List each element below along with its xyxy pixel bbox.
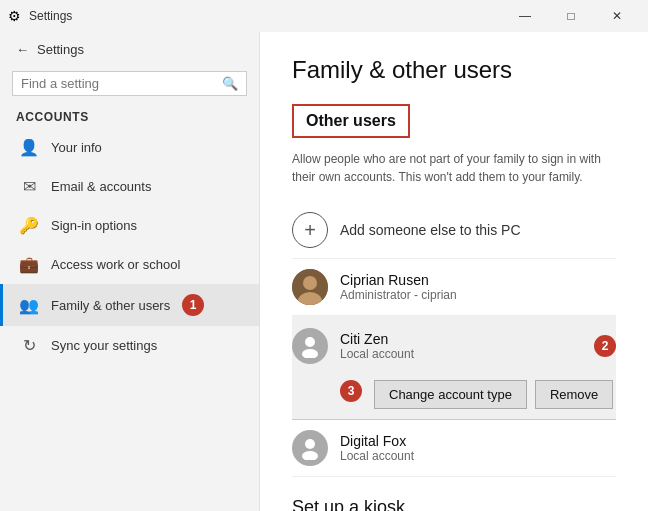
group-icon: 👥 bbox=[19, 296, 39, 315]
user-sub-citizen: Local account bbox=[340, 347, 582, 361]
titlebar-controls: — □ ✕ bbox=[502, 0, 640, 32]
avatar-ciprian bbox=[292, 269, 328, 305]
user-row-top-citizen[interactable]: Citi Zen Local account 2 bbox=[292, 324, 616, 372]
maximize-button[interactable]: □ bbox=[548, 0, 594, 32]
kiosk-heading: Set up a kiosk bbox=[292, 497, 616, 511]
app-body: ← Settings 🔍 Accounts 👤 Your info ✉ Emai… bbox=[0, 32, 648, 511]
user-info-digitalfox: Digital Fox Local account bbox=[340, 433, 616, 463]
sidebar-item-family[interactable]: 👥 Family & other users 1 bbox=[0, 284, 259, 326]
sync-icon: ↻ bbox=[19, 336, 39, 355]
user-row-citizen: Citi Zen Local account 2 3 Change accoun… bbox=[292, 316, 616, 420]
sidebar-item-label: Sync your settings bbox=[51, 338, 157, 353]
user-badge-citizen: 2 bbox=[594, 335, 616, 357]
main-content: Family & other users Other users Allow p… bbox=[260, 32, 648, 511]
svg-point-1 bbox=[303, 276, 317, 290]
svg-point-5 bbox=[305, 439, 315, 449]
user-info-ciprian: Ciprian Rusen Administrator - ciprian bbox=[340, 272, 616, 302]
add-icon: + bbox=[292, 212, 328, 248]
settings-icon: ⚙ bbox=[8, 8, 21, 24]
sidebar-item-sync[interactable]: ↻ Sync your settings bbox=[0, 326, 259, 365]
sidebar-item-sign-in[interactable]: 🔑 Sign-in options bbox=[0, 206, 259, 245]
action-badge-3: 3 bbox=[340, 380, 362, 402]
other-users-section-box: Other users bbox=[292, 104, 410, 138]
user-info-citizen: Citi Zen Local account bbox=[340, 331, 582, 361]
svg-point-6 bbox=[302, 451, 318, 460]
sidebar-search-container: 🔍 bbox=[12, 71, 247, 96]
sidebar-item-label: Your info bbox=[51, 140, 102, 155]
user-row-digitalfox[interactable]: Digital Fox Local account bbox=[292, 420, 616, 477]
sidebar-item-your-info[interactable]: 👤 Your info bbox=[0, 128, 259, 167]
sidebar-item-label: Email & accounts bbox=[51, 179, 151, 194]
user-actions-citizen: 3 Change account type Remove bbox=[292, 372, 616, 419]
sidebar-item-label: Access work or school bbox=[51, 257, 180, 272]
sidebar-badge-1: 1 bbox=[182, 294, 204, 316]
titlebar: ⚙ Settings — □ ✕ bbox=[0, 0, 648, 32]
search-icon: 🔍 bbox=[222, 76, 238, 91]
svg-point-4 bbox=[302, 349, 318, 358]
page-title: Family & other users bbox=[292, 56, 616, 84]
sidebar-item-label: Sign-in options bbox=[51, 218, 137, 233]
sidebar: ← Settings 🔍 Accounts 👤 Your info ✉ Emai… bbox=[0, 32, 260, 511]
briefcase-icon: 💼 bbox=[19, 255, 39, 274]
titlebar-title: Settings bbox=[29, 9, 72, 23]
user-name-citizen: Citi Zen bbox=[340, 331, 582, 347]
person-icon: 👤 bbox=[19, 138, 39, 157]
user-sub-ciprian: Administrator - ciprian bbox=[340, 288, 616, 302]
sidebar-item-email-accounts[interactable]: ✉ Email & accounts bbox=[0, 167, 259, 206]
sidebar-item-label: Family & other users bbox=[51, 298, 170, 313]
user-row-ciprian[interactable]: Ciprian Rusen Administrator - ciprian bbox=[292, 259, 616, 316]
other-users-heading: Other users bbox=[306, 112, 396, 129]
close-button[interactable]: ✕ bbox=[594, 0, 640, 32]
user-name-ciprian: Ciprian Rusen bbox=[340, 272, 616, 288]
other-users-description: Allow people who are not part of your fa… bbox=[292, 150, 616, 186]
sidebar-back-label: Settings bbox=[37, 42, 84, 57]
sidebar-item-access-work[interactable]: 💼 Access work or school bbox=[0, 245, 259, 284]
add-user-label: Add someone else to this PC bbox=[340, 222, 521, 238]
key-icon: 🔑 bbox=[19, 216, 39, 235]
change-account-type-button[interactable]: Change account type bbox=[374, 380, 527, 409]
user-sub-digitalfox: Local account bbox=[340, 449, 616, 463]
remove-button[interactable]: Remove bbox=[535, 380, 613, 409]
sidebar-back-button[interactable]: ← Settings bbox=[0, 32, 259, 67]
avatar-citizen bbox=[292, 328, 328, 364]
search-input[interactable] bbox=[21, 76, 222, 91]
minimize-button[interactable]: — bbox=[502, 0, 548, 32]
svg-point-3 bbox=[305, 337, 315, 347]
user-name-digitalfox: Digital Fox bbox=[340, 433, 616, 449]
back-icon: ← bbox=[16, 42, 29, 57]
sidebar-section-label: Accounts bbox=[0, 104, 259, 128]
email-icon: ✉ bbox=[19, 177, 39, 196]
add-user-row[interactable]: + Add someone else to this PC bbox=[292, 202, 616, 259]
titlebar-left: ⚙ Settings bbox=[8, 8, 72, 24]
avatar-digitalfox bbox=[292, 430, 328, 466]
